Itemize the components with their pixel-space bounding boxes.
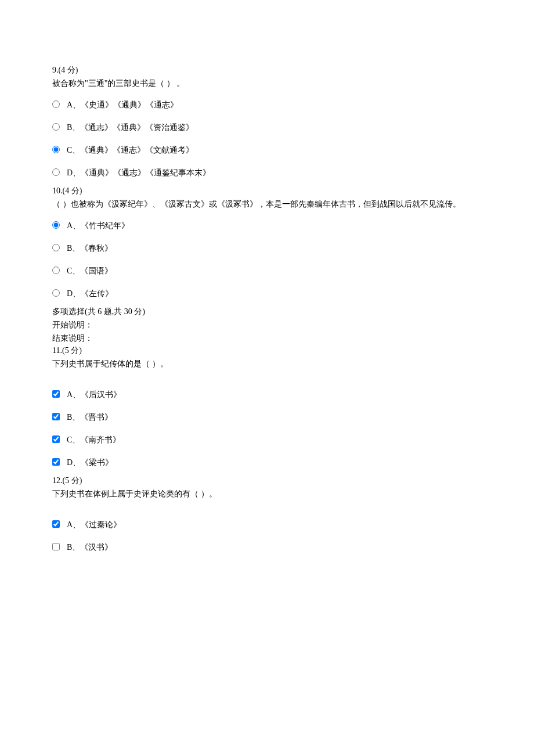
q10-header: 10.(4 分): [52, 185, 482, 197]
q11-option-a-label: A、《后汉书》: [67, 388, 121, 401]
q12-option-a-label: A、《过秦论》: [67, 519, 121, 531]
q11-header: 11.(5 分): [52, 344, 482, 357]
q11-option-c[interactable]: C、《南齐书》: [52, 429, 482, 448]
q9-radio-d[interactable]: [52, 168, 60, 176]
q10-option-d-label: D、《左传》: [67, 287, 113, 300]
q11-check-a[interactable]: [52, 390, 60, 398]
q11-option-b-label: B、《晋书》: [67, 411, 113, 423]
q12-check-b[interactable]: [52, 543, 60, 550]
q9-option-d[interactable]: D、《通典》《通志》《通鉴纪事本末》: [52, 162, 482, 181]
q10-option-a-label: A、《竹书纪年》: [67, 219, 129, 232]
q10-radio-a[interactable]: [52, 221, 60, 229]
q11-option-c-label: C、《南齐书》: [67, 434, 121, 446]
q9-radio-c[interactable]: [52, 146, 60, 153]
q12-option-a[interactable]: A、《过秦论》: [52, 514, 482, 533]
q10-option-c-label: C、《国语》: [67, 265, 113, 277]
section-start: 开始说明：: [52, 319, 482, 331]
q11-stem: 下列史书属于纪传体的是（ ）。: [52, 358, 482, 370]
q11-option-a[interactable]: A、《后汉书》: [52, 384, 482, 403]
q9-option-c[interactable]: C、《通典》《通志》《文献通考》: [52, 139, 482, 159]
q10-radio-b[interactable]: [52, 244, 60, 251]
q12-option-b[interactable]: B、《汉书》: [52, 537, 482, 556]
q10-option-d[interactable]: D、《左传》: [52, 283, 482, 302]
q10-option-a[interactable]: A、《竹书纪年》: [52, 215, 482, 234]
q12-header: 12.(5 分): [52, 474, 482, 487]
q11-check-c[interactable]: [52, 435, 60, 443]
q9-option-a-label: A、《史通》《通典》《通志》: [67, 99, 178, 111]
q10-radio-d[interactable]: [52, 289, 60, 297]
q11-option-d-label: D、《梁书》: [67, 456, 113, 469]
q10-stem: （ ）也被称为《汲冢纪年》、《汲冢古文》或《汲冢书》，本是一部先秦编年体古书，但…: [52, 198, 482, 210]
q11-option-d[interactable]: D、《梁书》: [52, 452, 482, 471]
q11-option-b[interactable]: B、《晋书》: [52, 406, 482, 426]
q10-radio-c[interactable]: [52, 267, 60, 274]
q9-option-b-label: B、《通志》《通典》《资治通鉴》: [67, 121, 194, 134]
q10-option-c[interactable]: C、《国语》: [52, 260, 482, 279]
q12-stem: 下列史书在体例上属于史评史论类的有（ ）。: [52, 488, 482, 500]
section-end: 结束说明：: [52, 332, 482, 344]
q9-radio-a[interactable]: [52, 100, 60, 108]
q9-option-c-label: C、《通典》《通志》《文献通考》: [67, 144, 194, 156]
q9-radio-b[interactable]: [52, 123, 60, 131]
q9-stem: 被合称为"三通"的三部史书是（ ） 。: [52, 77, 482, 89]
q10-option-b[interactable]: B、《春秋》: [52, 237, 482, 257]
q9-option-a[interactable]: A、《史通》《通典》《通志》: [52, 94, 482, 113]
q11-check-b[interactable]: [52, 413, 60, 420]
q12-option-b-label: B、《汉书》: [67, 541, 113, 553]
q9-option-d-label: D、《通典》《通志》《通鉴纪事本末》: [67, 167, 211, 179]
q10-option-b-label: B、《春秋》: [67, 242, 113, 254]
q9-option-b[interactable]: B、《通志》《通典》《资治通鉴》: [52, 117, 482, 136]
q12-check-a[interactable]: [52, 520, 60, 528]
section-title: 多项选择(共 6 题,共 30 分): [52, 305, 482, 318]
q11-check-d[interactable]: [52, 458, 60, 466]
q9-header: 9.(4 分): [52, 64, 482, 76]
